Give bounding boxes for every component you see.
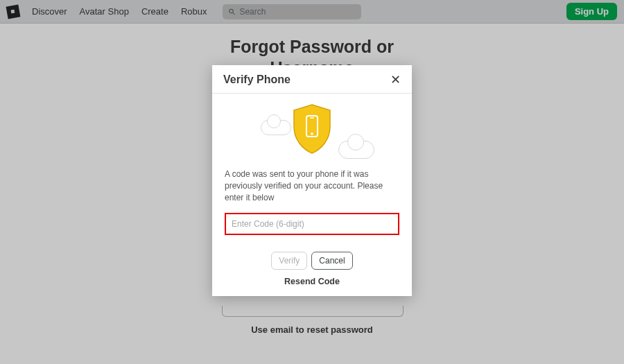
- code-input[interactable]: [227, 216, 397, 232]
- close-icon[interactable]: ✕: [390, 73, 401, 86]
- resend-code-link[interactable]: Resend Code: [225, 277, 399, 286]
- modal-button-row: Verify Cancel: [225, 252, 399, 270]
- shield-phone-icon: [290, 103, 334, 155]
- modal-body: A code was sent to your phone if it was …: [212, 164, 412, 296]
- svg-point-3: [311, 132, 313, 135]
- cancel-button[interactable]: Cancel: [311, 252, 352, 270]
- modal-header: Verify Phone ✕: [212, 65, 412, 94]
- modal-illustration: [212, 94, 412, 164]
- modal-description: A code was sent to your phone if it was …: [225, 168, 399, 203]
- code-input-highlight: [225, 213, 399, 235]
- verify-phone-modal: Verify Phone ✕ A code was sent to your p…: [212, 65, 412, 296]
- cloud-icon: [261, 120, 291, 135]
- modal-title: Verify Phone: [223, 73, 291, 86]
- verify-button[interactable]: Verify: [271, 252, 307, 270]
- cloud-icon: [338, 141, 374, 159]
